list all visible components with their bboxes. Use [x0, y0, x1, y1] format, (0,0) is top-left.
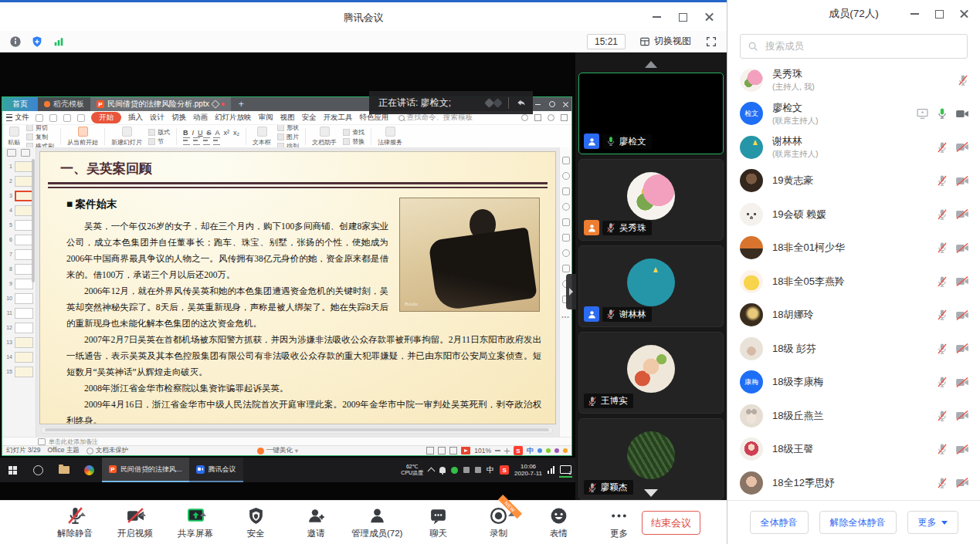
- member-row[interactable]: 19黄志豪: [727, 164, 980, 198]
- reading-view-icon[interactable]: [449, 447, 457, 454]
- cut-button[interactable]: 剪切: [26, 125, 54, 132]
- slide-thumbnail[interactable]: 8: [2, 262, 36, 276]
- member-row[interactable]: 18全12季思妤: [727, 466, 980, 500]
- more-actions-button[interactable]: 更多: [907, 511, 958, 534]
- member-row[interactable]: 18非全05李燕羚: [727, 265, 980, 299]
- slide-thumbnail[interactable]: 5: [2, 218, 36, 232]
- member-search-box[interactable]: [740, 34, 968, 59]
- font-format-buttons[interactable]: BIUSAx²x₂: [183, 129, 239, 137]
- start-video-button[interactable]: 开启视频: [107, 505, 164, 539]
- thumbnail-scrollbar[interactable]: [32, 159, 35, 282]
- ime-settings-icon[interactable]: [563, 448, 568, 453]
- more-tools-icon[interactable]: •••: [561, 314, 569, 319]
- video-tile[interactable]: 廖检文: [578, 73, 724, 154]
- paste-button[interactable]: 粘贴: [8, 127, 20, 147]
- wps-menu-item[interactable]: 切换: [171, 113, 186, 123]
- panel-minimize-icon[interactable]: [903, 5, 926, 23]
- member-row[interactable]: 18胡娜玲: [727, 299, 980, 333]
- chart-tool-icon[interactable]: [562, 234, 570, 242]
- wps-document-tab[interactable]: P 民间借贷的法律风险分析.pptx: [90, 97, 231, 111]
- zoom-out-icon[interactable]: [495, 450, 500, 451]
- unmute-all-button[interactable]: 解除全体静音: [819, 511, 897, 534]
- video-tile[interactable]: 王博实: [578, 332, 724, 414]
- video-tile[interactable]: 吴秀珠: [578, 159, 724, 241]
- beautify-button[interactable]: 一键美化▾: [257, 446, 298, 455]
- doc-protect-status[interactable]: 文档未保护: [86, 446, 129, 455]
- video-tile[interactable]: 谢林林: [578, 245, 724, 327]
- paragraph-align-buttons[interactable]: [183, 137, 239, 145]
- scroll-up-icon[interactable]: [645, 61, 657, 68]
- mute-all-button[interactable]: 全体静音: [750, 511, 809, 534]
- history-tool-icon[interactable]: [562, 172, 570, 180]
- tray-sogou-icon[interactable]: S: [500, 465, 509, 475]
- replace-button[interactable]: 替换: [343, 137, 365, 146]
- start-button[interactable]: [0, 458, 25, 482]
- security-shield-icon[interactable]: [31, 35, 43, 48]
- wps-menu-item[interactable]: 安全: [302, 113, 317, 123]
- new-slide-button[interactable]: 新建幻灯片: [111, 127, 142, 147]
- legal-service-button[interactable]: 法律服务: [378, 127, 402, 147]
- cpu-temp[interactable]: 62℃CPU温度: [401, 464, 423, 476]
- mic-options-caret[interactable]: [80, 512, 86, 516]
- security-button[interactable]: 安全: [227, 505, 284, 539]
- print-icon[interactable]: [49, 114, 57, 122]
- member-row[interactable]: 18级丘燕兰: [727, 399, 980, 433]
- slideshow-play-icon[interactable]: [461, 447, 470, 454]
- more-button[interactable]: 更多: [590, 505, 647, 539]
- copy-button[interactable]: 复制: [26, 133, 54, 141]
- unmute-button[interactable]: 解除静音: [46, 505, 103, 539]
- textbox-button[interactable]: 文本框: [253, 127, 271, 147]
- slide-thumbnail[interactable]: 9: [2, 276, 36, 291]
- star-tool-icon[interactable]: [562, 157, 570, 164]
- slide-thumbnail[interactable]: 4: [2, 203, 36, 218]
- picture-button[interactable]: 图片: [277, 133, 299, 141]
- slide-thumbnail[interactable]: 1: [2, 159, 36, 174]
- wps-new-tab-button[interactable]: +: [231, 97, 252, 111]
- member-row[interactable]: 18级 彭芬: [727, 332, 980, 366]
- transition-tool-icon[interactable]: [562, 265, 570, 272]
- ime-mode-indicator[interactable]: 中: [527, 446, 534, 456]
- fullscreen-button[interactable]: [705, 35, 717, 48]
- slide-thumbnail[interactable]: 10: [2, 291, 36, 306]
- wps-menu-item[interactable]: 审阅: [259, 113, 273, 123]
- taskbar-wps-app[interactable]: P 民间借贷的法律风...: [102, 458, 189, 482]
- cortana-button[interactable]: [25, 458, 51, 482]
- zoom-in-icon[interactable]: [504, 448, 510, 454]
- wps-menu-item[interactable]: 幻灯片放映: [215, 113, 252, 123]
- slide-thumbnail[interactable]: 6: [2, 232, 36, 247]
- chat-button[interactable]: 聊天: [409, 505, 466, 539]
- style-tool-icon[interactable]: [562, 203, 570, 211]
- slide-thumbnail[interactable]: 2: [2, 174, 36, 188]
- tray-ime-indicator[interactable]: 中: [487, 465, 494, 475]
- slide-canvas[interactable]: 一、吴英案回顾 Baidu ■ 案件始末 吴英，一个年仅26岁的女子，却在三个月…: [39, 151, 556, 424]
- layout-tool-icon[interactable]: [562, 218, 570, 226]
- find-button[interactable]: 查找: [343, 128, 365, 137]
- share-screen-button[interactable]: 共享屏幕: [167, 505, 224, 539]
- pin-icon[interactable]: [211, 100, 219, 108]
- member-search-input[interactable]: [764, 40, 960, 52]
- panel-close-icon[interactable]: [952, 5, 975, 23]
- member-row[interactable]: 检文廖检文(联席主持人): [727, 97, 980, 131]
- play-from-current-button[interactable]: 从当前开始: [67, 127, 98, 147]
- notification-bell-icon[interactable]: [439, 467, 446, 473]
- slide-thumbnail[interactable]: 15: [2, 364, 36, 379]
- video-tile[interactable]: 廖颖杰: [578, 418, 724, 500]
- tray-icon-1[interactable]: [463, 467, 470, 473]
- slide-thumbnail[interactable]: 7: [2, 247, 36, 262]
- share-options-caret[interactable]: [200, 512, 206, 516]
- animation-tool-icon[interactable]: [562, 249, 570, 257]
- slide-thumbnail[interactable]: 12: [2, 320, 36, 335]
- wps-close-icon[interactable]: [562, 101, 569, 108]
- sogou-input-icon[interactable]: S: [514, 446, 523, 455]
- slide-thumbnail[interactable]: 13: [2, 335, 36, 350]
- redo-icon[interactable]: [77, 114, 85, 122]
- ime-keyboard-icon[interactable]: [554, 448, 559, 453]
- theme-name[interactable]: Office 主题: [47, 446, 79, 455]
- wps-minimize-icon[interactable]: [534, 101, 541, 108]
- close-icon[interactable]: [697, 8, 721, 26]
- slide-thumbnail[interactable]: 14: [2, 350, 36, 364]
- antivirus-tray-icon[interactable]: [451, 467, 458, 474]
- wps-menu-item[interactable]: 设计: [150, 113, 164, 123]
- slide-sorter-icon[interactable]: [438, 447, 446, 454]
- collapse-ribbon-icon[interactable]: [561, 114, 568, 121]
